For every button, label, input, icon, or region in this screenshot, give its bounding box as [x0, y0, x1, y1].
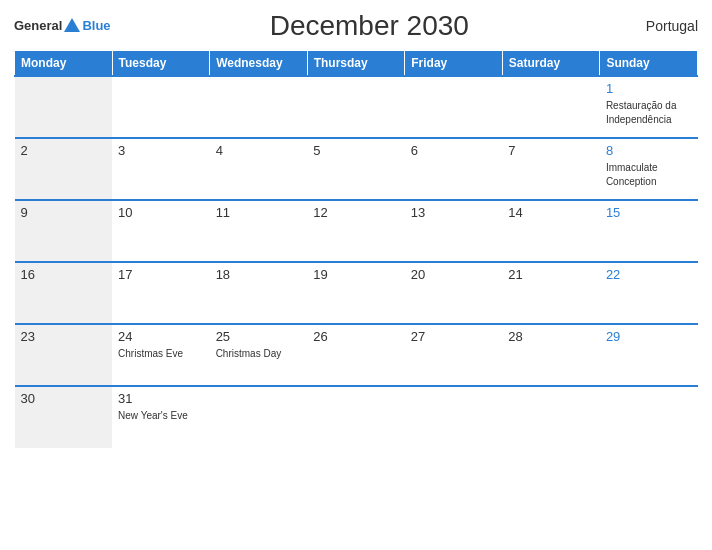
day-number: 16: [21, 267, 107, 282]
table-row: 5: [307, 138, 405, 200]
header-monday: Monday: [15, 51, 113, 77]
table-row: 3: [112, 138, 210, 200]
day-number: 18: [216, 267, 302, 282]
event-label: Restauração da Independência: [606, 100, 677, 125]
table-row: [405, 386, 503, 448]
table-row: 9: [15, 200, 113, 262]
day-number: 5: [313, 143, 399, 158]
day-number: 22: [606, 267, 692, 282]
day-number: 30: [21, 391, 107, 406]
table-row: 14: [502, 200, 600, 262]
table-row: [210, 386, 308, 448]
table-row: 15: [600, 200, 698, 262]
calendar-page: General Blue December 2030 Portugal Mond…: [0, 0, 712, 550]
day-number: 17: [118, 267, 204, 282]
table-row: 6: [405, 138, 503, 200]
table-row: [307, 76, 405, 138]
day-number: 11: [216, 205, 302, 220]
day-number: 3: [118, 143, 204, 158]
table-row: 31New Year's Eve: [112, 386, 210, 448]
table-row: [502, 386, 600, 448]
table-row: 7: [502, 138, 600, 200]
header-thursday: Thursday: [307, 51, 405, 77]
table-row: 1Restauração da Independência: [600, 76, 698, 138]
table-row: 18: [210, 262, 308, 324]
table-row: 22: [600, 262, 698, 324]
day-number: 15: [606, 205, 692, 220]
day-number: 23: [21, 329, 107, 344]
day-number: 8: [606, 143, 692, 158]
day-number: 28: [508, 329, 594, 344]
table-row: 24Christmas Eve: [112, 324, 210, 386]
table-row: 28: [502, 324, 600, 386]
logo: General Blue: [14, 19, 111, 33]
table-row: 11: [210, 200, 308, 262]
table-row: [307, 386, 405, 448]
calendar-table: Monday Tuesday Wednesday Thursday Friday…: [14, 50, 698, 448]
table-row: 17: [112, 262, 210, 324]
table-row: 20: [405, 262, 503, 324]
calendar-week-row: 3031New Year's Eve: [15, 386, 698, 448]
event-label: New Year's Eve: [118, 410, 188, 421]
event-label: Christmas Day: [216, 348, 282, 359]
day-number: 6: [411, 143, 497, 158]
calendar-title: December 2030: [111, 10, 628, 42]
header-sunday: Sunday: [600, 51, 698, 77]
logo-general: General: [14, 19, 62, 33]
table-row: 4: [210, 138, 308, 200]
country-label: Portugal: [628, 18, 698, 34]
day-number: 26: [313, 329, 399, 344]
table-row: 27: [405, 324, 503, 386]
day-number: 27: [411, 329, 497, 344]
event-label: Christmas Eve: [118, 348, 183, 359]
day-number: 19: [313, 267, 399, 282]
calendar-week-row: 16171819202122: [15, 262, 698, 324]
day-number: 25: [216, 329, 302, 344]
table-row: 2: [15, 138, 113, 200]
table-row: [405, 76, 503, 138]
calendar-week-row: 9101112131415: [15, 200, 698, 262]
day-number: 7: [508, 143, 594, 158]
table-row: 23: [15, 324, 113, 386]
header: General Blue December 2030 Portugal: [14, 10, 698, 42]
days-header-row: Monday Tuesday Wednesday Thursday Friday…: [15, 51, 698, 77]
table-row: [210, 76, 308, 138]
table-row: 12: [307, 200, 405, 262]
header-wednesday: Wednesday: [210, 51, 308, 77]
table-row: [502, 76, 600, 138]
table-row: [600, 386, 698, 448]
table-row: 21: [502, 262, 600, 324]
header-saturday: Saturday: [502, 51, 600, 77]
day-number: 13: [411, 205, 497, 220]
table-row: 16: [15, 262, 113, 324]
table-row: 26: [307, 324, 405, 386]
table-row: 29: [600, 324, 698, 386]
table-row: 19: [307, 262, 405, 324]
day-number: 4: [216, 143, 302, 158]
calendar-week-row: 2324Christmas Eve25Christmas Day26272829: [15, 324, 698, 386]
table-row: [112, 76, 210, 138]
calendar-week-row: 2345678Immaculate Conception: [15, 138, 698, 200]
table-row: 13: [405, 200, 503, 262]
day-number: 9: [21, 205, 107, 220]
calendar-week-row: 1Restauração da Independência: [15, 76, 698, 138]
day-number: 20: [411, 267, 497, 282]
event-label: Immaculate Conception: [606, 162, 658, 187]
table-row: 8Immaculate Conception: [600, 138, 698, 200]
day-number: 12: [313, 205, 399, 220]
table-row: 25Christmas Day: [210, 324, 308, 386]
table-row: 30: [15, 386, 113, 448]
header-friday: Friday: [405, 51, 503, 77]
day-number: 24: [118, 329, 204, 344]
day-number: 14: [508, 205, 594, 220]
day-number: 2: [21, 143, 107, 158]
table-row: 10: [112, 200, 210, 262]
day-number: 29: [606, 329, 692, 344]
day-number: 21: [508, 267, 594, 282]
logo-triangle-icon: [64, 18, 80, 32]
day-number: 10: [118, 205, 204, 220]
table-row: [15, 76, 113, 138]
logo-blue: Blue: [82, 19, 110, 33]
header-tuesday: Tuesday: [112, 51, 210, 77]
day-number: 31: [118, 391, 204, 406]
